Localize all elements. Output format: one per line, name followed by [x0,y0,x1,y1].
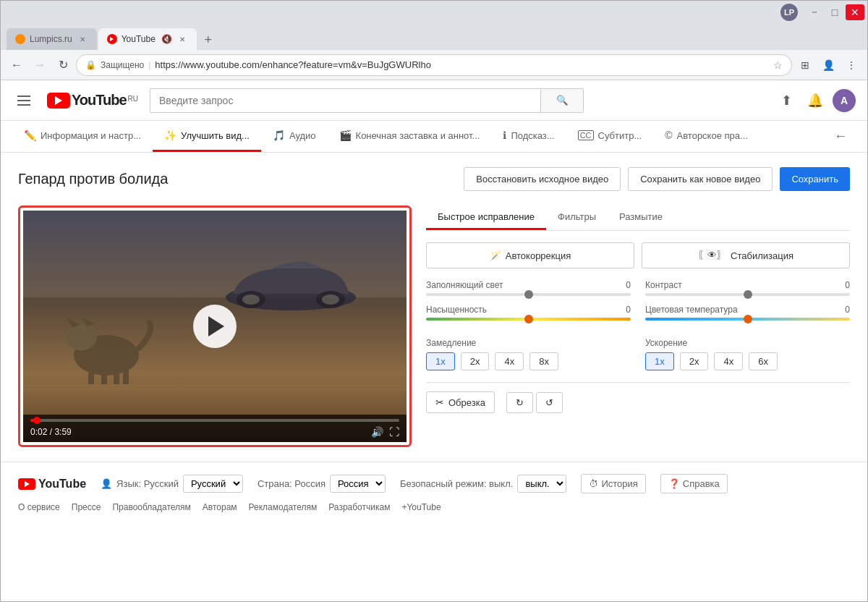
menu-button[interactable]: ⋮ [841,55,861,75]
speedup-buttons: 1x 2x 4x 6x [645,352,850,370]
video-controls: 0:02 / 3:59 🔊 ⛶ [23,415,407,442]
tab-endcard[interactable]: 🎬 Конечная заставка и аннот... [328,121,492,152]
help-button[interactable]: ❓ Справка [660,474,728,493]
maximize-button[interactable]: □ [825,4,844,20]
saturation-thumb[interactable] [524,315,533,323]
separator: | [148,60,150,70]
tab-enhance[interactable]: ✨ Улучшить вид... [153,121,261,152]
speedup-2x[interactable]: 2x [680,352,709,370]
new-tab-button[interactable]: + [198,30,218,50]
hamburger-menu-button[interactable] [12,89,35,112]
panel-tab-quick[interactable]: Быстрое исправление [426,205,546,230]
safe-mode-label: Безопасный режим: выкл. [400,478,513,489]
autocorrect-button[interactable]: 🪄 Автокоррекция [426,242,634,268]
back-button[interactable]: ← [7,55,27,75]
copyright-tab-label: Авторское пра... [677,130,748,141]
tab-subtitles[interactable]: CC Субтитр... [566,122,654,152]
color-temp-thumb[interactable] [744,315,752,323]
fill-light-thumb[interactable] [524,290,533,299]
subtitles-tab-label: Субтитр... [598,130,642,141]
close-button[interactable]: ✕ [846,4,864,20]
tab-info[interactable]: ✏️ Информация и настр... [12,121,153,152]
youtube-tab-close[interactable]: ✕ [176,33,188,45]
avatar[interactable]: A [833,89,856,112]
footer-logo[interactable]: YouTube [18,478,86,491]
slowdown-8x[interactable]: 8x [529,352,558,370]
crop-button[interactable]: ✂ Обрезка [426,391,495,413]
play-triangle-icon [208,316,224,336]
footer-link-plus[interactable]: +YouTube [401,502,441,512]
contrast-thumb[interactable] [744,290,752,299]
stabilize-button[interactable]: 〖👁〗 Стабилизация [642,242,850,268]
back-arrow-button[interactable]: ← [825,123,856,150]
search-button[interactable]: 🔍 [540,88,584,113]
address-actions: ⊞ 👤 ⋮ [795,55,861,75]
copyright-tab-icon: © [665,130,672,141]
refresh-button[interactable]: ↻ [53,55,73,75]
tab-lumpics[interactable]: Lumpics.ru ✕ [7,28,97,50]
language-select[interactable]: Русский [183,475,243,493]
save-as-new-button[interactable]: Сохранить как новое видео [628,167,773,191]
contrast-track[interactable] [645,293,850,296]
slowdown-2x[interactable]: 2x [461,352,490,370]
tab-hints[interactable]: ℹ Подсказ... [491,121,566,152]
car-svg [218,250,363,315]
color-temp-slider: Цветовая температура 0 [645,305,850,321]
forward-button[interactable]: → [30,55,50,75]
help-icon: ❓ [668,478,680,489]
rotate-cw-button[interactable]: ↻ [506,392,533,413]
footer-link-press[interactable]: Прессе [72,502,101,512]
footer-link-about[interactable]: О сервисе [18,502,60,512]
footer-logo-play-icon [25,481,30,487]
restore-original-button[interactable]: Восстановить исходное видео [464,167,621,191]
speedup-4x[interactable]: 4x [714,352,743,370]
slowdown-1x[interactable]: 1x [426,352,455,370]
panel-tab-blur[interactable]: Размытие [608,205,674,230]
minimize-button[interactable]: － [805,4,824,20]
tab-copyright[interactable]: © Авторское пра... [653,121,760,152]
tab-bar: Lumpics.ru ✕ YouTube 🔇 ✕ + [1,24,867,50]
saturation-value: 0 [626,305,631,315]
footer-link-advertisers[interactable]: Рекламодателям [249,502,318,512]
extensions-button[interactable]: ⊞ [795,55,815,75]
saturation-slider: Насыщенность 0 [426,305,631,321]
upload-button[interactable]: ⬆ [775,89,798,112]
lumpics-tab-close[interactable]: ✕ [77,33,88,45]
saturation-track[interactable] [426,318,631,321]
footer-link-authors[interactable]: Авторам [203,502,237,512]
slowdown-4x[interactable]: 4x [495,352,524,370]
tab-audio[interactable]: 🎵 Аудио [261,121,328,152]
tab-youtube[interactable]: YouTube 🔇 ✕ [98,28,197,50]
browser-window: LP － □ ✕ Lumpics.ru ✕ YouTube 🔇 ✕ + ← → … [0,0,868,602]
save-button[interactable]: Сохранить [780,167,850,191]
volume-button[interactable]: 🔊 [371,426,383,438]
crop-icon: ✂ [435,397,444,408]
address-input-wrap[interactable]: 🔒 Защищено | https://www.youtube.com/enh… [76,54,792,76]
rotate-buttons: ↻ ↺ [506,392,563,413]
notifications-button[interactable]: 🔔 [804,89,827,112]
speedup-1x[interactable]: 1x [645,352,674,370]
speedup-6x[interactable]: 6x [749,352,778,370]
safe-mode-select[interactable]: выкл. [517,475,566,493]
fill-light-track[interactable] [426,293,631,296]
yt-logo[interactable]: YouTube RU [47,92,138,109]
search-input[interactable] [150,88,540,113]
hints-tab-label: Подсказ... [511,130,554,141]
user-button[interactable]: 👤 [818,55,838,75]
language-user-icon: 👤 [101,478,112,489]
lumpics-favicon [15,34,25,44]
history-button[interactable]: ⏱ История [581,474,645,493]
footer-link-copyright[interactable]: Правообладателям [112,502,190,512]
yt-logo-ru: RU [128,95,138,103]
bookmark-icon[interactable]: ☆ [773,59,783,71]
play-button-overlay[interactable] [193,305,237,348]
panel-tab-filters[interactable]: Фильтры [546,205,608,230]
endcard-tab-label: Конечная заставка и аннот... [356,130,480,141]
video-progress-bar[interactable] [30,419,399,422]
fullscreen-button[interactable]: ⛶ [389,426,399,438]
footer-link-developers[interactable]: Разработчикам [328,502,390,512]
country-select[interactable]: Россия [330,475,386,493]
video-player[interactable]: 0:02 / 3:59 🔊 ⛶ [23,211,407,442]
rotate-ccw-button[interactable]: ↺ [536,392,563,413]
color-temp-track[interactable] [645,318,850,321]
